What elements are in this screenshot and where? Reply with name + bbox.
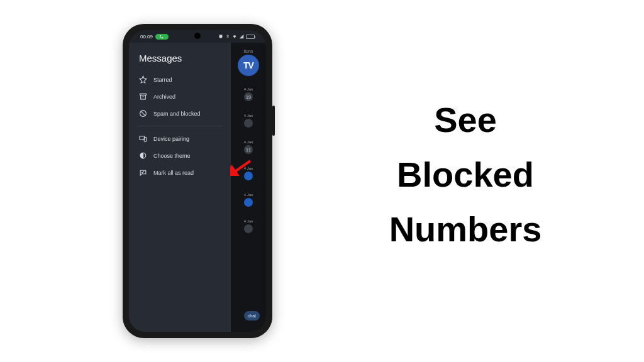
battery-icon bbox=[246, 35, 255, 39]
caption-line: Numbers bbox=[352, 202, 579, 257]
devices-icon bbox=[139, 134, 147, 143]
status-time: 00:09 bbox=[140, 34, 153, 40]
conv-item[interactable]: 4 Jan bbox=[231, 193, 266, 207]
menu-item-mark-all-read[interactable]: Mark all as read bbox=[138, 164, 222, 181]
phone-side-button bbox=[272, 106, 275, 136]
caption: See Blocked Numbers bbox=[352, 93, 579, 256]
phone-frame: 00:09 tions TV 4 Ja bbox=[123, 24, 272, 338]
unread-badge bbox=[244, 119, 253, 128]
unread-badge: 19 bbox=[244, 92, 253, 101]
menu-item-device-pairing[interactable]: Device pairing bbox=[138, 130, 222, 147]
unread-badge bbox=[244, 224, 253, 233]
menu-label: Spam and blocked bbox=[153, 111, 201, 117]
conv-item[interactable]: 4 Jan bbox=[231, 114, 266, 128]
menu-item-starred[interactable]: Starred bbox=[138, 71, 222, 88]
status-right-icons bbox=[218, 34, 255, 39]
caption-line: See bbox=[352, 93, 579, 148]
conversations-peek: tions TV 4 Jan 19 4 Jan 4 Jan 11 4 Jan bbox=[231, 43, 266, 332]
camera-notch bbox=[194, 33, 201, 39]
menu-label: Device pairing bbox=[153, 136, 189, 142]
menu-item-archived[interactable]: Archived bbox=[138, 88, 222, 105]
status-call-pill bbox=[155, 34, 169, 40]
unread-badge bbox=[244, 198, 253, 207]
read-icon bbox=[139, 168, 147, 177]
new-chat-fab[interactable]: chat bbox=[244, 311, 260, 321]
alarm-icon bbox=[218, 34, 223, 39]
conv-item[interactable]: 4 Jan 19 bbox=[231, 87, 266, 101]
conv-tab-fragment: tions bbox=[244, 49, 253, 53]
phone-screen: 00:09 tions TV 4 Ja bbox=[129, 30, 266, 332]
star-icon bbox=[139, 75, 147, 84]
menu-label: Mark all as read bbox=[153, 170, 194, 176]
bluetooth-icon bbox=[225, 34, 230, 39]
menu-label: Starred bbox=[153, 77, 172, 83]
avatar[interactable]: TV bbox=[238, 55, 259, 76]
menu-divider bbox=[138, 126, 222, 126]
menu-item-spam-blocked[interactable]: Spam and blocked bbox=[138, 105, 222, 122]
block-icon bbox=[139, 109, 147, 118]
conv-item[interactable]: 4 Jan bbox=[231, 167, 266, 180]
caption-line: Blocked bbox=[352, 148, 579, 202]
conv-item[interactable]: 4 Jan bbox=[231, 219, 266, 233]
unread-badge: 11 bbox=[244, 145, 253, 154]
svg-rect-0 bbox=[140, 94, 147, 95]
conv-item[interactable]: 4 Jan 11 bbox=[231, 140, 266, 154]
drawer-title: Messages bbox=[139, 53, 222, 63]
menu-label: Choose theme bbox=[153, 153, 191, 159]
unread-badge bbox=[244, 172, 253, 180]
theme-icon bbox=[139, 151, 147, 160]
svg-rect-2 bbox=[140, 136, 145, 140]
archive-icon bbox=[139, 92, 147, 101]
signal-icon bbox=[239, 34, 244, 39]
menu-item-choose-theme[interactable]: Choose theme bbox=[138, 147, 222, 164]
drawer-panel: Messages Starred Archived Spam and block… bbox=[129, 43, 231, 332]
wifi-icon bbox=[232, 34, 237, 39]
menu-label: Archived bbox=[153, 94, 175, 100]
